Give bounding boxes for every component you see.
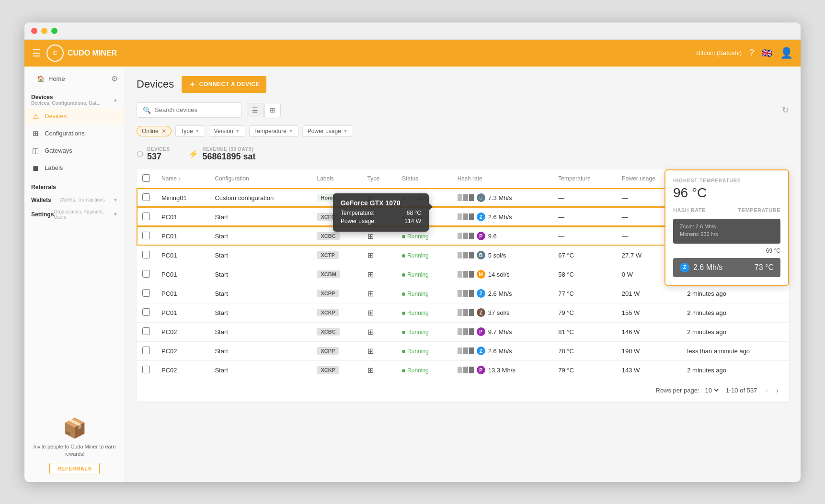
currency-selector[interactable]: Bitcoin (Satoshi) xyxy=(696,49,742,56)
sidebar-item-home[interactable]: 🏠 Home xyxy=(31,71,71,86)
device-power: 146 W xyxy=(616,322,681,341)
prev-page-button[interactable]: ‹ xyxy=(763,385,771,396)
filters-bar: Online ✕ Type ▼ Version ▼ Temperature ▼ xyxy=(137,125,789,137)
device-status: Running xyxy=(396,284,452,303)
devices-section-header: Devices Devices, Configurations, Gat... … xyxy=(24,89,125,108)
row-checkbox[interactable] xyxy=(142,366,150,373)
device-config: Start xyxy=(209,284,311,303)
referrals-section-title: Referrals xyxy=(31,184,56,190)
table-wrapper: GeForce GTX 1070 Temperature: 68 °C Powe… xyxy=(137,169,789,402)
hashrate-big-card: Z 2.6 Mh/s 73 °C xyxy=(673,258,780,277)
device-config: Start xyxy=(209,265,311,284)
close-btn[interactable] xyxy=(31,28,37,34)
status-badge: Running xyxy=(402,291,429,297)
device-name: PC01 xyxy=(156,265,209,284)
row-checkbox[interactable] xyxy=(142,193,150,201)
plus-icon: ＋ xyxy=(188,79,196,90)
settings-chevron: ▼ xyxy=(113,212,118,217)
name-column-header[interactable]: Name ↑ xyxy=(156,169,209,189)
wallets-section-title: Wallets xyxy=(31,197,51,203)
row-checkbox[interactable] xyxy=(142,270,150,278)
tooltip-temp-row: Temperature: 68 °C xyxy=(341,210,421,216)
maximize-btn[interactable] xyxy=(51,28,57,34)
search-input[interactable] xyxy=(155,106,236,113)
device-power: 155 W xyxy=(616,303,681,322)
status-badge: Running xyxy=(402,310,429,316)
main-layout: 🏠 Home ⚙ Devices Devices, Configurations… xyxy=(24,67,801,482)
device-type: ⊞ xyxy=(362,360,397,380)
minimize-btn[interactable] xyxy=(41,28,47,34)
status-column-header: Status xyxy=(396,169,452,189)
temperature-filter-arrow: ▼ xyxy=(288,128,293,134)
device-temp: — xyxy=(552,226,616,246)
sidebar-item-configurations[interactable]: ⊞ Configurations xyxy=(24,125,125,142)
row-checkbox[interactable] xyxy=(142,327,150,335)
gear-icon[interactable]: ⚙ xyxy=(111,74,118,83)
chevron-icon: ▲ xyxy=(113,97,118,102)
row-checkbox[interactable] xyxy=(142,308,150,316)
configuration-column-header: Configuration xyxy=(209,169,311,189)
devices-stat-icon: ⬡ xyxy=(137,149,143,158)
sidebar-item-devices[interactable]: ⚠ Devices xyxy=(24,108,125,125)
row-checkbox[interactable] xyxy=(142,347,150,354)
row-checkbox[interactable] xyxy=(142,213,150,220)
type-filter[interactable]: Type ▼ xyxy=(175,125,205,137)
version-filter[interactable]: Version ▼ xyxy=(209,125,245,137)
table-row: PC01 Start XCKP ⊞ Running Z 37 sol/s 79 … xyxy=(137,303,789,322)
grid-view-button[interactable]: ⊞ xyxy=(264,103,281,117)
os-icon: ⊞ xyxy=(367,251,374,259)
next-page-button[interactable]: › xyxy=(773,385,781,396)
page-title: Devices xyxy=(137,78,174,90)
promo-text: Invite people to Cudo Miner to earn rewa… xyxy=(32,443,117,458)
row-checkbox[interactable] xyxy=(142,232,150,239)
name-sort-icon: ↑ xyxy=(178,176,181,181)
device-tooltip: GeForce GTX 1070 Temperature: 68 °C Powe… xyxy=(333,193,429,232)
remove-online-filter[interactable]: ✕ xyxy=(161,128,166,134)
list-view-button[interactable]: ☰ xyxy=(247,103,264,117)
wallets-chevron: ▼ xyxy=(113,197,118,202)
device-hashrate: M 14 sol/s xyxy=(452,265,553,284)
search-box: 🔍 xyxy=(137,102,242,118)
temp-value-1: 69 °C xyxy=(673,247,780,254)
language-selector[interactable]: 🇬🇧 xyxy=(762,48,772,58)
gateway-icon: ◫ xyxy=(31,146,40,155)
device-name: PC01 xyxy=(156,284,209,303)
rows-per-page: Rows per page: 10 25 50 xyxy=(656,386,720,394)
device-label: XCKP xyxy=(311,303,361,322)
device-label: XCTP xyxy=(311,246,361,265)
help-icon[interactable]: ? xyxy=(749,48,754,58)
device-lastseen: 2 minutes ago xyxy=(681,322,789,341)
device-status: Running xyxy=(396,265,452,284)
device-config: Start xyxy=(209,226,311,246)
connect-device-button[interactable]: ＋ CONNECT A DEVICE xyxy=(182,76,266,93)
user-icon[interactable]: 👤 xyxy=(780,47,793,59)
device-type: ⊞ xyxy=(362,303,397,322)
refresh-button[interactable]: ↻ xyxy=(782,105,789,115)
device-lastseen: 2 minutes ago xyxy=(681,284,789,303)
zcoin-icon-big: Z xyxy=(680,263,689,272)
page-navigation: ‹ › xyxy=(763,385,781,396)
status-badge: Running xyxy=(402,252,429,259)
referral-button[interactable]: REFERRALS xyxy=(49,463,100,474)
temperature-filter[interactable]: Temperature ▼ xyxy=(249,125,298,137)
device-hashrate: Z 2.6 Mh/s xyxy=(452,207,553,226)
home-icon: 🏠 xyxy=(37,75,45,82)
sidebar-item-labels[interactable]: ◼ Labels xyxy=(24,159,125,177)
device-label: XCBM xyxy=(311,265,361,284)
select-all-checkbox[interactable] xyxy=(142,174,150,182)
rows-per-page-select[interactable]: 10 25 50 xyxy=(703,386,720,394)
device-name: PC02 xyxy=(156,341,209,360)
table-row: PC02 Start XCKP ⊞ Running P 13.3 Mh/s 79… xyxy=(137,360,789,380)
row-checkbox[interactable] xyxy=(142,289,150,297)
settings-section-title: Settings xyxy=(31,211,54,218)
app-window: ☰ C CUDO MINER Bitcoin (Satoshi) ? 🇬🇧 👤 … xyxy=(24,22,801,482)
row-checkbox[interactable] xyxy=(142,251,150,258)
online-filter-chip[interactable]: Online ✕ xyxy=(137,126,172,136)
sidebar-item-gateways[interactable]: ◫ Gateways xyxy=(24,142,125,159)
device-temp: 78 °C xyxy=(552,341,616,360)
power-filter[interactable]: Power usage ▼ xyxy=(302,125,353,137)
power-filter-arrow: ▼ xyxy=(343,128,348,134)
os-icon: ⊞ xyxy=(367,328,374,336)
device-name: PC01 xyxy=(156,303,209,322)
hamburger-icon[interactable]: ☰ xyxy=(32,47,41,59)
